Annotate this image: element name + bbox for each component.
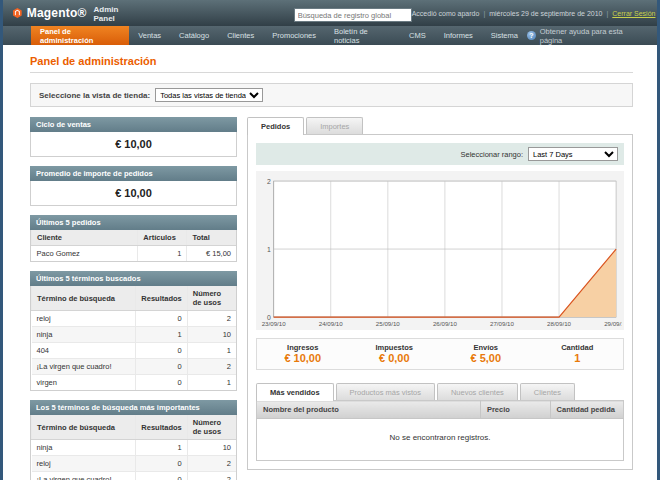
nav-item[interactable]: Clientes xyxy=(218,26,263,45)
header-user-info: Accedió como apardo | miércoles 29 de se… xyxy=(412,10,656,17)
average-orders-widget: Promedio de importe de pedidos € 10,00 xyxy=(30,166,237,206)
chart-tab[interactable]: Pedidos xyxy=(247,117,304,135)
report-tab[interactable]: Nuevos clientes xyxy=(437,383,518,400)
total-stat: Impuestos € 0,00 xyxy=(349,343,441,364)
header-bar: Magento® Admin Panel Accedió como apardo… xyxy=(3,0,657,26)
dashboard-sidebar: Ciclo de ventas € 10,00 Promedio de impo… xyxy=(30,117,237,480)
logout-link[interactable]: Cerrar Sesión xyxy=(612,10,655,17)
svg-text:26/09/10: 26/09/10 xyxy=(433,320,458,327)
widget-title: Los 5 términos de búsqueda más important… xyxy=(30,400,237,415)
nav-menu: Panel de administración Ventas Catálogo … xyxy=(31,26,527,45)
store-view-switcher: Seleccione la vista de tienda: Todas las… xyxy=(30,83,633,107)
search-term-row[interactable]: ¡La virgen que cuadro! 0 2 xyxy=(32,359,237,375)
magento-logo: Magento® Admin Panel xyxy=(13,3,124,23)
last-search-terms-table: Término de búsquedaResultadosNúmero de u… xyxy=(31,286,236,390)
svg-text:24/09/10: 24/09/10 xyxy=(319,320,344,327)
nav-item[interactable]: Ventas xyxy=(129,26,170,45)
widget-title: Últimos 5 términos buscados xyxy=(30,271,237,286)
range-select[interactable]: Last 7 Days xyxy=(528,147,618,161)
column-header: Nombre del producto xyxy=(257,401,481,419)
dashboard-main: PedidosImportes Seleccionar rango: Last … xyxy=(247,117,633,470)
column-header: Término de búsqueda xyxy=(32,415,136,440)
nav-item[interactable]: CMS xyxy=(400,26,435,45)
total-stat: Ingresos € 10,00 xyxy=(257,343,349,364)
column-header: Término de búsqueda xyxy=(32,286,136,311)
stat-value: € 10,00 xyxy=(257,352,349,364)
chart-panel: Seleccionar rango: Last 7 Days 01223/09/… xyxy=(247,134,633,470)
nav-item[interactable]: Catálogo xyxy=(170,26,218,45)
nav-item[interactable]: Sistema xyxy=(482,26,527,45)
current-date: miércoles 29 de septiembre de 2010 xyxy=(489,10,602,17)
chart-area: 01223/09/1024/09/1025/09/1026/09/1027/09… xyxy=(256,171,624,330)
widget-title: Últimos 5 pedidos xyxy=(30,215,237,230)
report-tab[interactable]: Productos más vistos xyxy=(336,383,435,400)
report-tabs: Más vendidosProductos más vistosNuevos c… xyxy=(256,383,624,400)
stat-label: Ingresos xyxy=(257,343,349,352)
bestsellers-table: Nombre del producto Precio Cantidad pedi… xyxy=(256,400,624,461)
order-row[interactable]: Paco Gomez 1 € 15,00 xyxy=(32,246,237,262)
store-view-label: Seleccione la vista de tienda: xyxy=(39,91,150,100)
logged-in-as: Accedió como apardo xyxy=(412,10,480,17)
column-header: Total xyxy=(187,230,236,246)
main-nav: Panel de administración Ventas Catálogo … xyxy=(3,26,657,45)
widget-title: Ciclo de ventas xyxy=(30,117,237,132)
nav-item[interactable]: Boletín de noticias xyxy=(325,26,400,45)
search-term-row[interactable]: ninja 1 10 xyxy=(32,440,237,456)
svg-text:29/09/10: 29/09/10 xyxy=(604,320,622,327)
lifetime-sales-widget: Ciclo de ventas € 10,00 xyxy=(30,117,237,157)
svg-text:28/09/10: 28/09/10 xyxy=(547,320,572,327)
store-view-select[interactable]: Todas las vistas de tienda xyxy=(155,88,263,102)
svg-text:25/09/10: 25/09/10 xyxy=(376,320,401,327)
column-header: Resultados xyxy=(136,415,187,440)
chart-tabs: PedidosImportes xyxy=(247,117,633,134)
column-header: Cantidad pedida xyxy=(550,401,623,419)
magento-logo-icon xyxy=(13,5,22,21)
stat-value: 1 xyxy=(532,352,624,364)
svg-text:2: 2 xyxy=(267,178,271,185)
report-tab[interactable]: Clientes xyxy=(520,383,575,400)
help-icon: ? xyxy=(527,31,536,40)
title-divider xyxy=(30,72,633,73)
nav-item[interactable]: Informes xyxy=(435,26,482,45)
column-header: Número de usos xyxy=(187,415,236,440)
total-stat: Envíos € 5,00 xyxy=(440,343,532,364)
column-header: Artículos xyxy=(138,230,187,246)
top-search-terms-table: Término de búsquedaResultadosNúmero de u… xyxy=(31,415,236,480)
last-orders-widget: Últimos 5 pedidos ClienteArtículosTotal … xyxy=(30,215,237,262)
svg-text:23/09/10: 23/09/10 xyxy=(262,320,287,327)
search-term-row[interactable]: reloj 0 2 xyxy=(32,456,237,472)
empty-records-message: No se encontraron registros. xyxy=(257,419,624,461)
search-term-row[interactable]: reloj 0 2 xyxy=(32,311,237,327)
page-title: Panel de administración xyxy=(30,55,633,67)
column-header: Número de usos xyxy=(187,286,236,311)
help-link[interactable]: ? Obtener ayuda para esta página xyxy=(527,26,657,45)
stat-label: Cantidad xyxy=(532,343,624,352)
search-term-row[interactable]: 404 0 1 xyxy=(32,343,237,359)
stat-value: € 5,00 xyxy=(440,352,532,364)
column-header: Cliente xyxy=(32,230,138,246)
magento-admin-window: Magento® Admin Panel Accedió como apardo… xyxy=(0,0,660,480)
nav-item[interactable]: Panel de administración xyxy=(31,26,129,45)
svg-text:27/09/10: 27/09/10 xyxy=(490,320,515,327)
top-search-terms-widget: Los 5 términos de búsqueda más important… xyxy=(30,400,237,480)
last-orders-table: ClienteArtículosTotal Paco Gomez 1 € 15,… xyxy=(31,230,236,261)
search-term-row[interactable]: ninja 1 10 xyxy=(32,327,237,343)
global-search-input[interactable] xyxy=(294,8,412,22)
chart-tab[interactable]: Importes xyxy=(306,117,363,134)
nav-item[interactable]: Promociones xyxy=(263,26,325,45)
widget-title: Promedio de importe de pedidos xyxy=(30,166,237,181)
range-selector-bar: Seleccionar rango: Last 7 Days xyxy=(256,143,624,165)
logo-subtitle: Admin Panel xyxy=(94,5,124,23)
search-term-row[interactable]: ¡La virgen que cuadro! 0 2 xyxy=(32,472,237,480)
svg-text:1: 1 xyxy=(267,246,271,253)
report-tab[interactable]: Más vendidos xyxy=(256,383,334,401)
total-stat: Cantidad 1 xyxy=(532,343,624,364)
average-orders-value: € 10,00 xyxy=(31,181,236,205)
stat-value: € 0,00 xyxy=(349,352,441,364)
stat-label: Impuestos xyxy=(349,343,441,352)
column-header: Precio xyxy=(480,401,550,419)
column-header: Resultados xyxy=(136,286,187,311)
logo-title: Magento® xyxy=(27,6,87,20)
orders-chart: 01223/09/1024/09/1025/09/1026/09/1027/09… xyxy=(258,175,622,330)
search-term-row[interactable]: virgen 0 1 xyxy=(32,375,237,391)
